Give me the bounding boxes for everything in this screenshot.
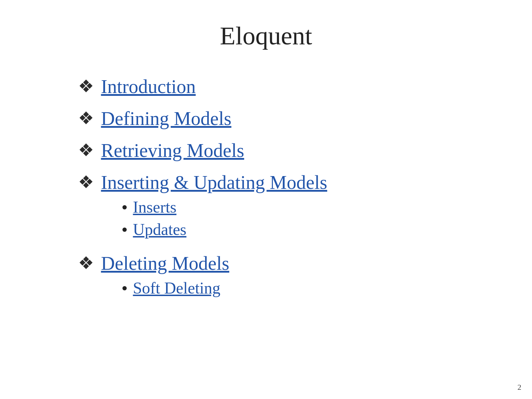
sub-list: Soft Deleting <box>101 279 229 301</box>
list-item: ❖Introduction <box>78 76 497 98</box>
bullet-icon <box>122 286 127 290</box>
main-nav-link-1[interactable]: Defining Models <box>101 108 231 130</box>
sub-list: InsertsUpdates <box>101 198 327 242</box>
main-nav-link-4[interactable]: Deleting Models <box>101 252 229 274</box>
sub-nav-link-3-0[interactable]: Inserts <box>133 198 177 217</box>
diamond-icon: ❖ <box>78 76 94 97</box>
content-area: ❖Introduction❖Defining Models❖Retrieving… <box>35 76 497 311</box>
list-item-content: Retrieving Models <box>101 140 244 162</box>
list-item-content: Deleting ModelsSoft Deleting <box>101 252 229 301</box>
main-list: ❖Introduction❖Defining Models❖Retrieving… <box>78 76 497 301</box>
list-item: ❖Defining Models <box>78 108 497 130</box>
main-nav-link-2[interactable]: Retrieving Models <box>101 140 244 162</box>
list-item: ❖Inserting & Updating ModelsInsertsUpdat… <box>78 171 497 242</box>
main-nav-link-3[interactable]: Inserting & Updating Models <box>101 171 327 193</box>
list-item: ❖Deleting ModelsSoft Deleting <box>78 252 497 301</box>
list-item: ❖Retrieving Models <box>78 140 497 162</box>
sub-list-item: Updates <box>122 220 327 239</box>
list-item-content: Inserting & Updating ModelsInsertsUpdate… <box>101 171 327 242</box>
sub-nav-link-4-0[interactable]: Soft Deleting <box>133 279 221 297</box>
sub-nav-link-3-1[interactable]: Updates <box>133 220 187 239</box>
main-nav-link-0[interactable]: Introduction <box>101 76 196 98</box>
diamond-icon: ❖ <box>78 140 94 161</box>
list-item-content: Defining Models <box>101 108 231 130</box>
page-number: 2 <box>517 383 521 392</box>
sub-list-item: Soft Deleting <box>122 279 229 297</box>
list-item-content: Introduction <box>101 76 196 98</box>
page-title: Eloquent <box>220 21 312 51</box>
diamond-icon: ❖ <box>78 171 94 193</box>
bullet-icon <box>122 205 127 209</box>
page-container: Eloquent ❖Introduction❖Defining Models❖R… <box>0 0 532 399</box>
diamond-icon: ❖ <box>78 252 94 274</box>
diamond-icon: ❖ <box>78 108 94 129</box>
sub-list-item: Inserts <box>122 198 327 217</box>
bullet-icon <box>122 228 127 232</box>
